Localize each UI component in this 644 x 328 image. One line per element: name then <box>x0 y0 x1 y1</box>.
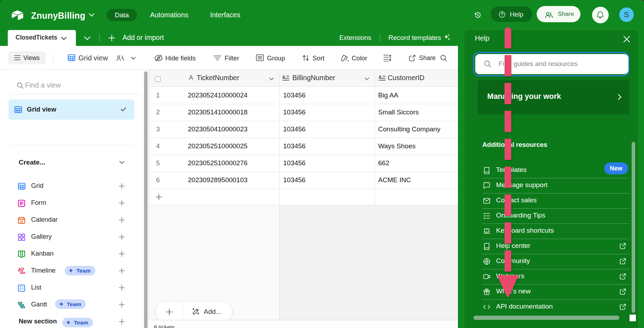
svg-text:31: 31 <box>20 220 23 223</box>
